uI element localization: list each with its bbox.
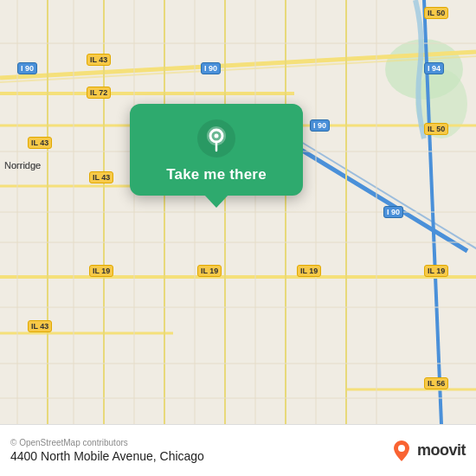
bottom-bar: © OpenStreetMap contributors 4400 North …	[0, 424, 476, 476]
map: Norridge IL 50 I 90 IL 43 IL 72 I 90 I 9…	[0, 0, 476, 424]
take-me-there-button[interactable]: Take me there	[166, 166, 267, 183]
norridge-label: Norridge	[4, 160, 41, 170]
svg-point-38	[398, 445, 405, 452]
location-pin-icon	[197, 119, 235, 158]
address-text: 4400 North Mobile Avenue, Chicago	[10, 449, 204, 463]
popup-card[interactable]: Take me there	[130, 104, 303, 196]
svg-point-37	[215, 134, 219, 138]
moovit-pin-icon	[389, 439, 414, 463]
moovit-brand-text: moovit	[417, 441, 466, 460]
bottom-left-info: © OpenStreetMap contributors 4400 North …	[10, 438, 204, 463]
osm-attribution: © OpenStreetMap contributors	[10, 438, 204, 447]
moovit-logo: moovit	[389, 439, 466, 463]
